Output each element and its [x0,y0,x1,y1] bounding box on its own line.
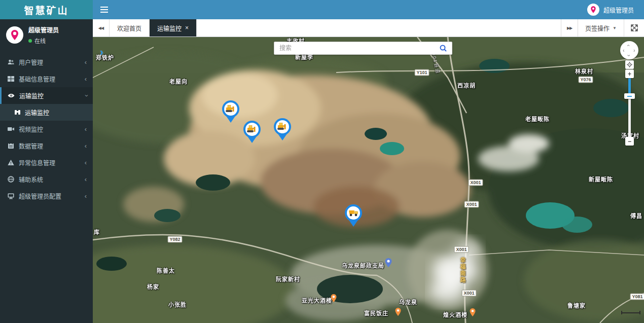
sidebar-item-label: 基础信息管理 [19,75,80,83]
sidebar-item-data-management[interactable]: 数据管理 ‹ [0,137,93,154]
vehicle-marker-bulldozer[interactable] [273,118,292,141]
user-avatar [6,26,23,44]
warning-icon [8,159,14,166]
tab-operations-label: 页签操作 [585,24,610,32]
app-logo: 智慧矿山 [0,0,93,19]
road-badge: Y076 [578,77,593,83]
sidebar-subitem-label: 运输监控 [25,108,49,117]
app-header: 智慧矿山 超级管理员 [0,0,644,19]
sidebar-user-status: 在线 [28,37,59,45]
road-badge: X001 [454,246,469,253]
globe-icon [8,176,14,183]
search-icon [439,44,447,52]
tabs-scroll-right-button[interactable]: ▶▶ [561,19,578,37]
sidebar-subitem-transport-monitoring[interactable]: 运输监控 [0,104,93,121]
zoom-slider-handle[interactable] [624,93,635,99]
chevron-left-icon: ‹ [85,59,87,65]
search-button[interactable] [435,42,452,54]
map-place-label: 小张胜 [168,300,187,308]
chevron-left-icon: ‹ [85,142,87,149]
sidebar-item-superadmin-config[interactable]: 超级管理员配置 ‹ [0,188,93,204]
tab-close-icon[interactable]: × [185,24,189,31]
tab-transport-monitoring[interactable]: 运输监控 × [150,19,197,37]
tab-bar: ◀◀ 欢迎首页 运输监控 × ▶▶ 页签操作 ▼ [93,19,644,37]
panel-expand-arrow[interactable]: › [100,46,103,58]
binoculars-icon [14,109,21,116]
sidebar-item-label: 异常信息管理 [19,158,80,167]
map-locate-button[interactable] [625,60,634,69]
online-status-label: 在线 [34,37,46,45]
road-badge: Y081 [630,294,644,300]
road-badge: X001 [468,180,483,186]
map-place-label: 老屋向 [169,77,188,85]
sidebar-item-basic-info[interactable]: 基础信息管理 ‹ [0,70,93,87]
map-place-label: 杨家 [147,282,159,291]
locate-icon [627,62,632,67]
tab-welcome-home[interactable]: 欢迎首页 [110,19,150,37]
sidebar-item-auxiliary-system[interactable]: 辅助系统 ‹ [0,171,93,188]
map-place-label: 鲁塘家 [567,301,586,309]
map-scale-bar [621,311,640,314]
road-badge: Y082 [167,236,182,243]
zoom-out-button[interactable]: − [625,137,634,146]
tab-label: 欢迎首页 [117,24,141,32]
expand-arrows-icon [631,24,638,31]
zoom-in-button[interactable]: + [625,69,634,78]
online-dot-icon [28,39,32,43]
search-input[interactable] [274,45,435,52]
poi-pin-restaurant[interactable] [395,308,401,318]
navbar-user-menu[interactable]: 超级管理员 [587,4,644,16]
map-place-label: 陈善太 [157,266,175,274]
navbar-user-name: 超级管理员 [603,6,634,14]
video-icon [8,126,14,132]
poi-pin-post-office[interactable] [385,258,392,269]
map-place-label: 林泉村 [575,67,593,75]
map-pan-control[interactable]: ‹ ‹ ‹ › [620,41,638,59]
vehicle-marker-bulldozer[interactable] [222,100,240,123]
road-badge: X001 [464,201,479,208]
chevron-left-icon: ‹ [85,126,87,132]
data-icon [8,142,14,149]
pan-up-icon: ‹ [626,45,631,47]
map-place-label: 老屋畈陈 [525,115,550,123]
chevron-left-icon: ‹ [85,193,87,199]
vehicle-marker-dump-truck[interactable] [344,204,363,227]
sidebar-toggle-icon[interactable] [93,0,115,19]
road-badge: X001 [461,290,476,297]
tab-operations-dropdown[interactable]: 页签操作 ▼ [578,19,624,37]
sidebar-item-label: 数据管理 [19,141,80,150]
sidebar-item-video-monitoring[interactable]: 视频监控 ‹ [0,121,93,137]
vehicle-marker-bulldozer[interactable] [243,120,261,143]
sidebar-user-panel: 超级管理员 在线 [0,19,93,50]
map-place-label: 亚光大酒楼 [302,296,332,304]
fullscreen-button[interactable] [624,19,644,37]
tab-label: 运输监控 [157,24,182,32]
map-place-label: 阮家新村 [276,275,300,283]
sidebar-item-transport-monitoring[interactable]: 运输监控 ‹ [0,87,93,104]
eye-icon [8,92,15,99]
map-canvas[interactable]: 丰收村 郑铁炉 老屋向 新屋李 西凉胡 林泉村 老屋畈陈 汤家村 新屋畈陈 傅昌… [93,37,644,323]
poi-pin-restaurant[interactable] [331,294,337,304]
chevron-down-icon: ‹ [82,94,89,96]
road-name-label: 幸福南路 [458,257,467,283]
top-navbar: 超级管理员 [93,0,644,19]
users-icon [8,59,14,65]
sidebar-user-name: 超级管理员 [28,25,59,34]
sidebar-item-label: 用户管理 [19,58,80,66]
sidebar-item-user-management[interactable]: 用户管理 ‹ [0,54,93,70]
sidebar-item-label: 超级管理员配置 [19,192,80,200]
sidebar-item-abnormal-info[interactable]: 异常信息管理 ‹ [0,154,93,171]
tabs-scroll-left-button[interactable]: ◀◀ [93,19,110,37]
zoom-slider-track[interactable] [628,78,631,137]
poi-pin-restaurant[interactable] [470,308,476,318]
map-search-box [274,42,452,55]
pan-left-icon: ‹ [623,48,625,53]
map-place-label: 库 [94,228,100,236]
sidebar-item-label: 辅助系统 [19,175,80,184]
map-place-label: 西凉胡 [457,81,476,89]
road-badge: Y101 [414,69,429,76]
tabbar-spacer [197,19,561,37]
pan-right-icon: › [633,48,635,53]
chevron-left-icon: ‹ [85,76,87,82]
map-place-label: 乌龙泉邮政支局 [342,261,384,269]
